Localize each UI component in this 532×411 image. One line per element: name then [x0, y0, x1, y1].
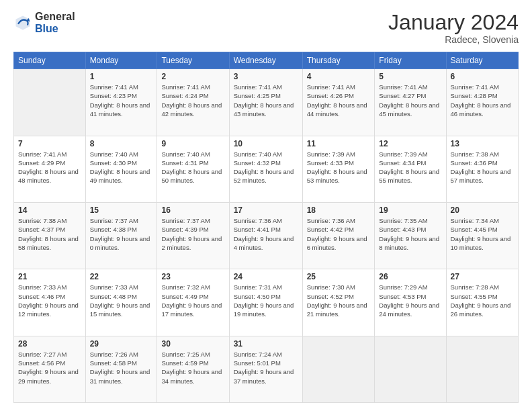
- week-row-1: 1Sunrise: 7:41 AMSunset: 4:23 PMDaylight…: [14, 69, 519, 136]
- week-row-3: 14Sunrise: 7:38 AMSunset: 4:37 PMDayligh…: [14, 202, 519, 269]
- week-row-4: 21Sunrise: 7:33 AMSunset: 4:46 PMDayligh…: [14, 269, 519, 336]
- day-number: 13: [451, 139, 514, 148]
- weekday-header-row: SundayMondayTuesdayWednesdayThursdayFrid…: [14, 52, 519, 69]
- logo-text: General Blue: [35, 11, 75, 34]
- page-header: General Blue January 2024 Radece, Sloven…: [13, 11, 519, 45]
- day-number: 16: [161, 205, 224, 215]
- weekday-header-thursday: Thursday: [302, 52, 375, 69]
- day-cell: 5Sunrise: 7:41 AMSunset: 4:27 PMDaylight…: [375, 69, 446, 136]
- day-number: 12: [379, 139, 441, 148]
- day-info: Sunrise: 7:37 AMSunset: 4:39 PMDaylight:…: [161, 216, 224, 252]
- day-cell: 17Sunrise: 7:36 AMSunset: 4:41 PMDayligh…: [229, 202, 302, 269]
- day-info: Sunrise: 7:39 AMSunset: 4:33 PMDaylight:…: [307, 150, 371, 185]
- month-title: January 2024: [388, 11, 519, 34]
- weekday-header-wednesday: Wednesday: [229, 52, 302, 69]
- day-cell: 31Sunrise: 7:24 AMSunset: 5:01 PMDayligh…: [229, 336, 302, 402]
- day-info: Sunrise: 7:38 AMSunset: 4:36 PMDaylight:…: [451, 150, 514, 185]
- logo-blue: Blue: [35, 23, 75, 35]
- day-info: Sunrise: 7:25 AMSunset: 4:59 PMDaylight:…: [161, 350, 224, 385]
- location-subtitle: Radece, Slovenia: [388, 34, 519, 45]
- day-info: Sunrise: 7:41 AMSunset: 4:28 PMDaylight:…: [451, 83, 514, 118]
- day-number: 30: [161, 339, 224, 349]
- week-row-5: 28Sunrise: 7:27 AMSunset: 4:56 PMDayligh…: [14, 336, 519, 402]
- day-number: 26: [379, 272, 441, 281]
- day-number: 8: [90, 139, 153, 148]
- day-number: 25: [307, 272, 371, 281]
- day-number: 22: [90, 272, 153, 281]
- day-number: 3: [234, 72, 298, 81]
- calendar-page: General Blue January 2024 Radece, Sloven…: [0, 0, 532, 411]
- logo: General Blue: [13, 11, 75, 34]
- title-block: January 2024 Radece, Slovenia: [388, 11, 519, 45]
- day-cell: 19Sunrise: 7:35 AMSunset: 4:43 PMDayligh…: [375, 202, 446, 269]
- weekday-header-monday: Monday: [85, 52, 157, 69]
- day-cell: 15Sunrise: 7:37 AMSunset: 4:38 PMDayligh…: [85, 202, 157, 269]
- day-info: Sunrise: 7:41 AMSunset: 4:25 PMDaylight:…: [234, 83, 298, 118]
- day-cell: 21Sunrise: 7:33 AMSunset: 4:46 PMDayligh…: [14, 269, 86, 336]
- day-cell: 23Sunrise: 7:32 AMSunset: 4:49 PMDayligh…: [157, 269, 229, 336]
- weekday-header-sunday: Sunday: [14, 52, 86, 69]
- day-cell: [302, 336, 375, 402]
- day-info: Sunrise: 7:36 AMSunset: 4:41 PMDaylight:…: [234, 216, 298, 252]
- day-info: Sunrise: 7:41 AMSunset: 4:29 PMDaylight:…: [18, 150, 81, 185]
- day-number: 23: [161, 272, 224, 281]
- day-number: 31: [234, 339, 298, 349]
- day-number: 28: [18, 339, 81, 349]
- day-number: 9: [161, 139, 224, 148]
- day-info: Sunrise: 7:28 AMSunset: 4:55 PMDaylight:…: [451, 283, 514, 318]
- day-cell: 20Sunrise: 7:34 AMSunset: 4:45 PMDayligh…: [446, 202, 518, 269]
- day-cell: [375, 336, 446, 402]
- day-cell: 6Sunrise: 7:41 AMSunset: 4:28 PMDaylight…: [446, 69, 518, 136]
- day-info: Sunrise: 7:30 AMSunset: 4:52 PMDaylight:…: [307, 283, 371, 318]
- day-number: 18: [307, 205, 371, 215]
- day-info: Sunrise: 7:40 AMSunset: 4:31 PMDaylight:…: [161, 150, 224, 185]
- day-number: 7: [18, 139, 81, 148]
- day-info: Sunrise: 7:35 AMSunset: 4:43 PMDaylight:…: [379, 216, 441, 252]
- day-cell: 11Sunrise: 7:39 AMSunset: 4:33 PMDayligh…: [302, 136, 375, 202]
- day-number: 2: [161, 72, 224, 81]
- day-info: Sunrise: 7:33 AMSunset: 4:46 PMDaylight:…: [18, 283, 81, 318]
- day-info: Sunrise: 7:37 AMSunset: 4:38 PMDaylight:…: [90, 216, 153, 252]
- day-info: Sunrise: 7:40 AMSunset: 4:32 PMDaylight:…: [234, 150, 298, 185]
- day-cell: 27Sunrise: 7:28 AMSunset: 4:55 PMDayligh…: [446, 269, 518, 336]
- day-cell: 22Sunrise: 7:33 AMSunset: 4:48 PMDayligh…: [85, 269, 157, 336]
- day-number: 10: [234, 139, 298, 148]
- day-cell: 12Sunrise: 7:39 AMSunset: 4:34 PMDayligh…: [375, 136, 446, 202]
- day-info: Sunrise: 7:33 AMSunset: 4:48 PMDaylight:…: [90, 283, 153, 318]
- day-number: 27: [451, 272, 514, 281]
- day-cell: [446, 336, 518, 402]
- day-info: Sunrise: 7:36 AMSunset: 4:42 PMDaylight:…: [307, 216, 371, 252]
- day-info: Sunrise: 7:41 AMSunset: 4:23 PMDaylight:…: [90, 83, 153, 118]
- day-cell: 13Sunrise: 7:38 AMSunset: 4:36 PMDayligh…: [446, 136, 518, 202]
- day-info: Sunrise: 7:41 AMSunset: 4:26 PMDaylight:…: [307, 83, 371, 118]
- day-number: 5: [379, 72, 441, 81]
- day-cell: 7Sunrise: 7:41 AMSunset: 4:29 PMDaylight…: [14, 136, 86, 202]
- day-info: Sunrise: 7:29 AMSunset: 4:53 PMDaylight:…: [379, 283, 441, 318]
- day-cell: 26Sunrise: 7:29 AMSunset: 4:53 PMDayligh…: [375, 269, 446, 336]
- day-cell: 16Sunrise: 7:37 AMSunset: 4:39 PMDayligh…: [157, 202, 229, 269]
- day-info: Sunrise: 7:41 AMSunset: 4:24 PMDaylight:…: [161, 83, 224, 118]
- day-cell: 30Sunrise: 7:25 AMSunset: 4:59 PMDayligh…: [157, 336, 229, 402]
- day-cell: 28Sunrise: 7:27 AMSunset: 4:56 PMDayligh…: [14, 336, 86, 402]
- day-number: 11: [307, 139, 371, 148]
- day-info: Sunrise: 7:39 AMSunset: 4:34 PMDaylight:…: [379, 150, 441, 185]
- day-cell: 29Sunrise: 7:26 AMSunset: 4:58 PMDayligh…: [85, 336, 157, 402]
- day-cell: 24Sunrise: 7:31 AMSunset: 4:50 PMDayligh…: [229, 269, 302, 336]
- day-number: 6: [451, 72, 514, 81]
- day-cell: 18Sunrise: 7:36 AMSunset: 4:42 PMDayligh…: [302, 202, 375, 269]
- day-number: 4: [307, 72, 371, 81]
- logo-general: General: [35, 11, 75, 23]
- weekday-header-saturday: Saturday: [446, 52, 518, 69]
- day-cell: 1Sunrise: 7:41 AMSunset: 4:23 PMDaylight…: [85, 69, 157, 136]
- day-number: 1: [90, 72, 153, 81]
- day-number: 15: [90, 205, 153, 215]
- day-info: Sunrise: 7:34 AMSunset: 4:45 PMDaylight:…: [451, 216, 514, 252]
- day-number: 17: [234, 205, 298, 215]
- day-cell: 14Sunrise: 7:38 AMSunset: 4:37 PMDayligh…: [14, 202, 86, 269]
- day-info: Sunrise: 7:26 AMSunset: 4:58 PMDaylight:…: [90, 350, 153, 385]
- day-cell: 3Sunrise: 7:41 AMSunset: 4:25 PMDaylight…: [229, 69, 302, 136]
- day-info: Sunrise: 7:40 AMSunset: 4:30 PMDaylight:…: [90, 150, 153, 185]
- day-info: Sunrise: 7:31 AMSunset: 4:50 PMDaylight:…: [234, 283, 298, 318]
- day-info: Sunrise: 7:38 AMSunset: 4:37 PMDaylight:…: [18, 216, 81, 252]
- logo-icon: [13, 13, 32, 32]
